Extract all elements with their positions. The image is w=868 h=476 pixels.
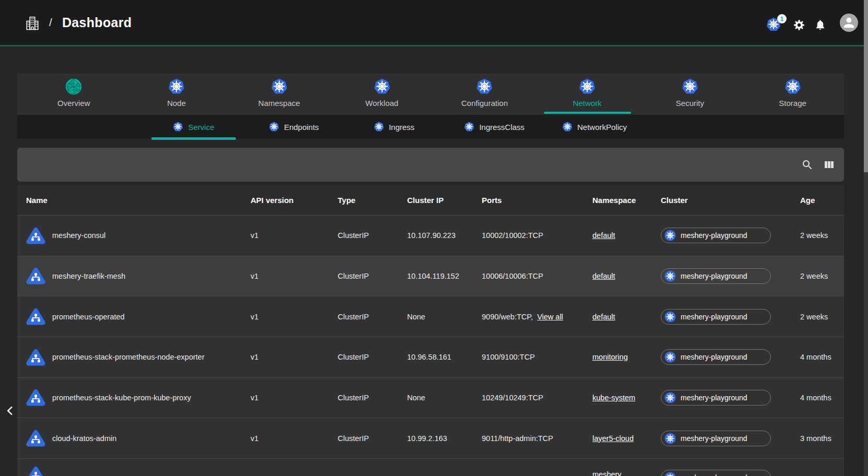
drawer-expand-handle[interactable] (3, 395, 18, 426)
tab-storage[interactable]: Storage (741, 74, 844, 115)
cluster-chip[interactable]: meshery-playground (661, 309, 771, 325)
namespace-cell: monitoring (592, 353, 661, 361)
subtab-label: Endpoints (284, 123, 319, 132)
subtab-ingressclass[interactable]: IngressClass (444, 115, 544, 139)
service-icon (26, 348, 45, 367)
column-header-api-version[interactable]: API version (251, 196, 338, 205)
cluster-chip[interactable]: meshery-playground (661, 390, 771, 406)
api-version-cell: v1 (251, 394, 338, 402)
page-scrollbar[interactable] (864, 0, 868, 476)
subtab-service[interactable]: Service (144, 115, 244, 139)
service-name-cell: prometheus-operated (26, 307, 251, 326)
column-header-cluster[interactable]: Cluster (661, 196, 800, 205)
column-header-namespace[interactable]: Namespace (592, 196, 661, 205)
namespace-link[interactable]: default (592, 231, 615, 240)
subtab-ingress[interactable]: Ingress (344, 115, 444, 139)
service-icon (26, 388, 45, 407)
subtab-label: NetworkPolicy (577, 123, 627, 132)
namespace-link[interactable]: default (592, 272, 615, 280)
app-header: / Dashboard 1 (0, 0, 868, 45)
namespace-link[interactable]: kube-system (592, 394, 635, 402)
tab-label: Namespace (258, 99, 300, 108)
tab-label: Workload (365, 99, 398, 108)
namespace-cell: default (592, 313, 661, 321)
user-avatar[interactable] (840, 14, 858, 32)
column-header-age[interactable]: Age (800, 196, 844, 205)
column-header-cluster-ip[interactable]: Cluster IP (407, 196, 482, 205)
api-version-cell: v1 (251, 231, 338, 240)
person-icon (841, 15, 857, 30)
table-row[interactable]: cloud-kratos-adminv1ClusterIP10.99.2.163… (17, 418, 844, 458)
cluster-chip[interactable]: meshery-playground (661, 268, 771, 284)
service-name: prometheus-stack-kube-prom-kube-proxy (52, 394, 191, 402)
notifications-icon[interactable] (814, 19, 826, 31)
subtab-networkpolicy[interactable]: NetworkPolicy (544, 115, 645, 139)
type-cell: ClusterIP (338, 231, 407, 240)
kubernetes-icon (784, 78, 801, 95)
type-cell: ClusterIP (338, 434, 407, 443)
cluster-cell: meshery-playground (661, 309, 800, 325)
settings-icon[interactable] (793, 19, 805, 31)
cluster-chip[interactable]: meshery-playground (661, 470, 771, 476)
tab-indicator (544, 112, 631, 114)
cluster-name: meshery-playground (681, 353, 747, 361)
table-row[interactable]: mesherymeshery-playground (17, 458, 844, 476)
cluster-name: meshery-playground (681, 272, 747, 280)
cluster-cell: meshery-playground (661, 390, 800, 406)
view-all-ports-link[interactable]: View all (537, 313, 563, 321)
namespace-link[interactable]: default (592, 313, 615, 321)
tab-label: Configuration (461, 99, 508, 108)
organization-icon[interactable] (25, 16, 40, 31)
table-row[interactable]: prometheus-stack-kube-prom-kube-proxyv1C… (17, 377, 844, 418)
tab-security[interactable]: Security (639, 74, 742, 115)
table-row[interactable]: meshery-consulv1ClusterIP10.107.90.22310… (17, 215, 844, 256)
cluster-cell: meshery-playground (661, 349, 800, 365)
service-name-cell: prometheus-stack-prometheus-node-exporte… (26, 348, 251, 367)
cluster-ip-cell: 10.104.119.152 (407, 272, 482, 280)
tab-workload[interactable]: Workload (330, 74, 433, 115)
tab-node[interactable]: Node (125, 74, 228, 115)
api-version-cell: v1 (251, 353, 338, 361)
cluster-chip[interactable]: meshery-playground (661, 349, 771, 365)
column-header-name[interactable]: Name (26, 196, 251, 205)
type-cell: ClusterIP (338, 353, 407, 361)
cluster-cell: meshery-playground (661, 268, 800, 284)
resource-category-tabs: OverviewNodeNamespaceWorkloadConfigurati… (17, 74, 844, 115)
table-row[interactable]: prometheus-operatedv1ClusterIPNone9090/w… (17, 296, 844, 337)
service-name: prometheus-stack-prometheus-node-exporte… (52, 353, 205, 361)
tab-configuration[interactable]: Configuration (433, 74, 536, 115)
meshery-icon (65, 78, 82, 95)
namespace-link[interactable]: meshery (592, 470, 622, 476)
cluster-name: meshery-playground (681, 313, 747, 321)
view-columns-icon[interactable] (823, 159, 835, 171)
column-header-type[interactable]: Type (338, 196, 407, 205)
breadcrumb-separator: / (49, 16, 52, 29)
tab-network[interactable]: Network (536, 74, 639, 115)
table-row[interactable]: meshery-traefik-meshv1ClusterIP10.104.11… (17, 256, 844, 296)
api-version-cell: v1 (251, 313, 338, 321)
namespace-link[interactable]: monitoring (592, 353, 628, 361)
table-row[interactable]: prometheus-stack-prometheus-node-exporte… (17, 337, 844, 377)
ports-cell: 9011/http-admin:TCP (482, 434, 592, 443)
context-count-badge[interactable]: 1 (777, 14, 787, 23)
namespace-link[interactable]: layer5-cloud (592, 434, 634, 443)
age-cell: 2 weeks (800, 272, 844, 280)
tab-namespace[interactable]: Namespace (228, 74, 331, 115)
kubernetes-icon (464, 122, 474, 132)
scrollbar-thumb[interactable] (864, 0, 868, 172)
service-name-cell: meshery-traefik-mesh (26, 266, 251, 285)
kubernetes-icon (271, 78, 288, 95)
tab-overview[interactable]: Overview (22, 74, 125, 115)
subtab-label: Service (188, 123, 214, 132)
cluster-chip[interactable]: meshery-playground (661, 431, 771, 446)
tab-label: Storage (779, 99, 806, 108)
search-icon[interactable] (801, 159, 814, 171)
kubernetes-icon (664, 392, 676, 403)
kubernetes-dashboard-page: / Dashboard 1 OverviewNodeNamespaceWorkl… (0, 0, 868, 476)
subtab-endpoints[interactable]: Endpoints (244, 115, 344, 139)
cluster-ip-cell: 10.96.58.161 (407, 353, 482, 361)
kubernetes-icon (168, 78, 185, 95)
api-version-cell: v1 (251, 272, 338, 280)
cluster-chip[interactable]: meshery-playground (661, 228, 771, 243)
column-header-ports[interactable]: Ports (482, 196, 592, 205)
